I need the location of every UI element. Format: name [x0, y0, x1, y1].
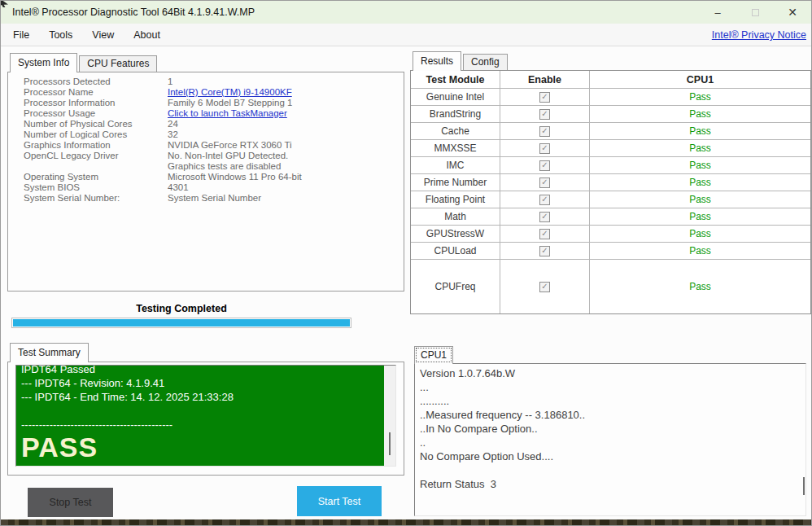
- tab-results[interactable]: Results: [413, 51, 461, 71]
- enable-cell: [500, 260, 590, 313]
- maximize-icon: [752, 9, 759, 16]
- menu-view[interactable]: View: [82, 29, 124, 41]
- cpu1-log-box[interactable]: Version 1.0.7.64b.W ... .......... ..Mea…: [414, 363, 806, 516]
- module-name: Math: [411, 208, 500, 226]
- enable-cell: [500, 140, 590, 157]
- enable-checkbox[interactable]: [539, 178, 550, 188]
- status-cell: Pass: [590, 140, 810, 157]
- module-name: Prime Number: [411, 174, 500, 191]
- info-row: System Serial Number:System Serial Numbe…: [24, 193, 398, 204]
- summary-scrollbar[interactable]: [384, 366, 395, 466]
- enable-checkbox[interactable]: [539, 229, 550, 239]
- enable-checkbox[interactable]: [539, 282, 550, 292]
- enable-cell: [500, 157, 590, 174]
- menu-bar: File Tools View About Intel® Privacy Not…: [1, 24, 811, 46]
- privacy-notice-link[interactable]: Intel® Privacy Notice: [712, 29, 806, 41]
- module-name: BrandString: [411, 106, 500, 123]
- enable-checkbox[interactable]: [539, 246, 550, 256]
- info-row: Graphics InformationNVIDIA GeForce RTX 3…: [24, 140, 398, 151]
- status-cell: Pass: [590, 123, 810, 140]
- tab-cpu-features[interactable]: CPU Features: [79, 55, 157, 72]
- tab-test-summary[interactable]: Test Summary: [10, 343, 89, 362]
- info-row: Processors Detected1: [24, 77, 398, 87]
- info-row: Graphics tests are disabled: [24, 161, 398, 172]
- summary-log-content: IPDT64 Passed --- IPDT64 - Revision: 4.1…: [16, 366, 384, 466]
- progress-bar: [11, 318, 351, 328]
- info-row: Number of Logical Cores32: [24, 129, 398, 140]
- info-row: OpenCL Legacy DriverNo. Non-Intel GPU De…: [24, 151, 398, 161]
- enable-cell: [500, 123, 590, 140]
- info-row: System BIOS4301: [24, 182, 398, 193]
- testing-status-label: Testing Completed: [11, 303, 351, 314]
- menu-tools[interactable]: Tools: [39, 29, 82, 41]
- results-tabs: Results Config: [413, 51, 509, 70]
- column-header-cpu1: CPU1: [590, 71, 810, 89]
- system-info-panel: System Info CPU Features Processors Dete…: [7, 53, 404, 291]
- enable-cell: [500, 191, 590, 208]
- module-name: Floating Point: [411, 191, 500, 208]
- close-button[interactable]: ✕: [774, 1, 811, 24]
- module-name: GPUStressW: [411, 226, 500, 243]
- cursor-artifact: [0, 0, 8, 7]
- enable-checkbox[interactable]: [539, 92, 550, 103]
- enable-checkbox[interactable]: [539, 195, 550, 205]
- status-cell: Pass: [590, 157, 810, 174]
- status-cell: Pass: [590, 226, 810, 243]
- minimize-icon: –: [714, 7, 720, 19]
- progress-fill: [13, 319, 350, 327]
- app-window: Intel® Processor Diagnostic Tool 64Bit 4…: [0, 0, 812, 526]
- maximize-button[interactable]: [736, 1, 774, 24]
- stop-test-button[interactable]: Stop Test: [28, 488, 113, 517]
- pass-result-text: PASS: [21, 432, 384, 462]
- status-cell: Pass: [590, 174, 810, 191]
- window-title: Intel® Processor Diagnostic Tool 64Bit 4…: [12, 7, 255, 18]
- enable-cell: [500, 174, 590, 191]
- module-name: Genuine Intel: [411, 89, 500, 106]
- processor-name-link[interactable]: Intel(R) Core(TM) i9-14900KF: [168, 87, 292, 98]
- test-summary-tabs: Test Summary: [10, 343, 90, 362]
- info-row: Processor NameIntel(R) Core(TM) i9-14900…: [24, 87, 398, 98]
- window-controls: – ✕: [699, 1, 811, 24]
- status-cell: Pass: [590, 260, 810, 313]
- enable-cell: [500, 106, 590, 123]
- menu-about[interactable]: About: [124, 29, 170, 41]
- title-bar: Intel® Processor Diagnostic Tool 64Bit 4…: [1, 1, 811, 24]
- enable-cell: [500, 226, 590, 243]
- module-name: MMXSSE: [411, 140, 500, 157]
- info-row: Number of Physical Cores24: [24, 119, 398, 129]
- module-name: Cache: [411, 123, 500, 140]
- enable-checkbox[interactable]: [539, 126, 550, 137]
- results-panel: Results Config Test Module Enable CPU1 G…: [410, 51, 811, 314]
- system-info-tabs: System Info CPU Features: [10, 53, 159, 72]
- tab-config[interactable]: Config: [463, 54, 508, 70]
- summary-log-box[interactable]: IPDT64 Passed --- IPDT64 - Revision: 4.1…: [15, 365, 396, 467]
- enable-checkbox[interactable]: [539, 160, 550, 171]
- info-row: Processor UsageClick to launch TaskManag…: [24, 108, 398, 119]
- test-summary-panel: Test Summary IPDT64 Passed --- IPDT64 - …: [7, 343, 404, 476]
- start-test-button[interactable]: Start Test: [297, 486, 382, 516]
- module-name: CPULoad: [411, 243, 500, 260]
- enable-checkbox[interactable]: [539, 143, 550, 154]
- module-name: CPUFreq: [411, 260, 500, 313]
- menu-file[interactable]: File: [3, 29, 39, 41]
- column-header-enable: Enable: [500, 71, 590, 89]
- enable-checkbox[interactable]: [539, 109, 550, 120]
- status-cell: Pass: [590, 89, 810, 106]
- status-cell: Pass: [590, 243, 810, 260]
- enable-cell: [500, 208, 590, 226]
- tab-cpu1[interactable]: CPU1: [414, 346, 453, 364]
- results-table: Test Module Enable CPU1 Genuine Intel Pa…: [410, 70, 811, 314]
- cpu1-log-scrollbar-thumb[interactable]: [803, 477, 805, 495]
- status-cell: Pass: [590, 208, 810, 226]
- column-header-test-module: Test Module: [411, 71, 500, 89]
- enable-checkbox[interactable]: [539, 212, 550, 222]
- module-name: IMC: [411, 157, 500, 174]
- tab-system-info[interactable]: System Info: [10, 53, 77, 72]
- enable-cell: [500, 89, 590, 106]
- summary-scrollbar-thumb[interactable]: [389, 432, 391, 455]
- minimize-button[interactable]: –: [699, 1, 736, 24]
- task-manager-link[interactable]: Click to launch TaskManager: [168, 108, 287, 119]
- status-cell: Pass: [590, 106, 810, 123]
- close-icon: ✕: [788, 6, 797, 19]
- status-cell: Pass: [590, 191, 810, 208]
